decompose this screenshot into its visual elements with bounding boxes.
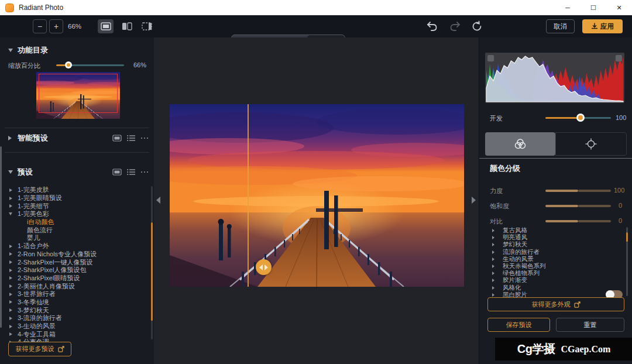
undo-icon[interactable]: [426, 20, 439, 32]
look-item[interactable]: 生动的风景: [479, 256, 626, 263]
save-preset-button[interactable]: 保存预设: [487, 318, 550, 332]
title-bar: Radiant Photo ─ ☐ ✕: [0, 0, 632, 15]
redo-icon[interactable]: [449, 20, 462, 32]
photo-preview[interactable]: [170, 104, 464, 287]
preset-item[interactable]: 4-专业工具箱: [0, 330, 150, 338]
smart-presets-header[interactable]: 智能预设: [0, 133, 154, 143]
preset-scrollbar-thumb[interactable]: [151, 222, 153, 321]
preset-item[interactable]: 颜色流行: [0, 226, 150, 234]
more-options-icon[interactable]: [141, 171, 149, 173]
preset-item[interactable]: 1-适合户外: [0, 242, 150, 250]
chevron-right-icon: [8, 136, 12, 140]
more-options-icon[interactable]: [141, 138, 149, 139]
presets-title: 预设: [18, 167, 33, 177]
color-grading-title: 颜色分级: [490, 163, 520, 174]
image-canvas[interactable]: [154, 37, 479, 364]
preset-item[interactable]: 3-梦幻秋天: [0, 306, 150, 314]
preset-item[interactable]: 1-完美皮肤: [0, 186, 150, 194]
list-view-icon[interactable]: [127, 169, 136, 176]
panel-scrollbar-thumb[interactable]: [0, 146, 2, 328]
collapse-left-panel-arrow[interactable]: [156, 197, 160, 204]
look-item[interactable]: 梦幻秋天: [479, 241, 626, 248]
chevron-down-icon: [8, 170, 13, 174]
zoom-percent-label: 缩放百分比: [8, 61, 40, 70]
grid-view-icon[interactable]: [112, 135, 122, 142]
preset-item[interactable]: 1-完美眼睛预设: [0, 194, 150, 202]
look-item[interactable]: 秋天赤褐色系列: [479, 263, 626, 270]
highlight-clipping-indicator[interactable]: [616, 55, 622, 61]
divider: [5, 152, 149, 153]
preset-tree: 1-完美皮肤 1-完美眼睛预设 1-完美细节 1-完美色彩 i自动颜色 颜色流行…: [0, 186, 150, 346]
preset-item[interactable]: 3-世界旅行者: [0, 290, 150, 298]
preset-item[interactable]: 3-冬季仙境: [0, 298, 150, 307]
preset-item[interactable]: 婴儿: [0, 234, 150, 242]
before-after-divider-line[interactable]: [248, 104, 249, 287]
arrow-left-icon: [259, 265, 263, 270]
viewport-rectangle[interactable]: [39, 74, 118, 113]
looks-scrollbar-thumb[interactable]: [626, 232, 628, 242]
looks-list: 复古风格 明亮通风 梦幻秋天 流浪的旅行者 生动的风景 秋天赤褐色系列 绿色植物…: [479, 227, 626, 298]
preset-item-selected[interactable]: i自动颜色: [0, 218, 150, 226]
reset-button[interactable]: 重置: [556, 318, 624, 332]
preset-item[interactable]: 1-完美细节: [0, 202, 150, 210]
apply-label: 应用: [600, 22, 614, 31]
minimize-button[interactable]: ─: [555, 0, 581, 15]
targeted-adjust-tab[interactable]: [555, 132, 627, 156]
get-more-presets-button[interactable]: 获得更多预设: [8, 342, 71, 356]
export-icon: [591, 23, 598, 30]
zoom-out-button[interactable]: −: [33, 19, 47, 33]
reset-icon[interactable]: [471, 20, 484, 32]
contrast-slider-label: 对比: [490, 217, 503, 226]
shadow-clipping-indicator[interactable]: [487, 55, 494, 61]
develop-slider-label: 开发: [490, 114, 503, 123]
get-more-looks-button[interactable]: 获得更多外观: [487, 297, 624, 311]
presets-header[interactable]: 预设: [0, 167, 154, 177]
collapse-right-panel-arrow[interactable]: [472, 197, 476, 204]
smart-presets-title: 智能预设: [18, 133, 48, 143]
saturation-slider-label: 饱和度: [490, 202, 509, 211]
arrow-right-icon: [265, 265, 268, 270]
left-panel: 功能目录 缩放百分比 66% 智能预设 预设: [0, 37, 154, 364]
save-preset-label: 保存预设: [506, 321, 532, 329]
app-window: Radiant Photo ─ ☐ ✕ − + 66% 快速编辑 细节编辑 颜色…: [0, 0, 632, 364]
look-item[interactable]: 绿色植物系列: [479, 270, 626, 277]
navigator-thumbnail[interactable]: [36, 72, 120, 119]
preset-item[interactable]: 2-Ron Nichols专业人像预设: [0, 250, 150, 259]
look-item[interactable]: 明亮通风: [479, 234, 626, 241]
color-wheels-tab[interactable]: [485, 132, 555, 156]
histogram: [485, 53, 624, 103]
color-grading-header: 颜色分级: [479, 163, 632, 174]
preset-item[interactable]: 3-流浪的旅行者: [0, 314, 150, 322]
preset-item[interactable]: 2-SharkPixel眼睛预设: [0, 274, 150, 283]
main-toolbar: − + 66% 快速编辑 细节编辑 颜色分级 取消 应用: [0, 15, 632, 37]
strength-slider-value: 100: [614, 187, 624, 194]
preset-item-expanded[interactable]: 1-完美色彩: [0, 210, 150, 218]
preset-item[interactable]: 2-美丽佳人肖像预设: [0, 282, 150, 290]
look-item[interactable]: 风格化: [479, 284, 626, 291]
look-item[interactable]: 流浪的旅行者: [479, 249, 626, 256]
compare-view-icon[interactable]: [139, 19, 154, 33]
single-view-icon[interactable]: [98, 19, 114, 33]
apply-button[interactable]: 应用: [582, 19, 623, 33]
zoom-in-button[interactable]: +: [49, 19, 63, 33]
cancel-button[interactable]: 取消: [546, 19, 575, 33]
maximize-button[interactable]: ☐: [581, 0, 606, 15]
preset-item[interactable]: 3-生动的风景: [0, 322, 150, 331]
external-link-icon: [574, 301, 581, 308]
split-view-icon[interactable]: [119, 19, 135, 33]
right-panel: 开发 100 颜色分级 力度: [479, 37, 632, 364]
close-button[interactable]: ✕: [606, 0, 632, 15]
chevron-down-icon: [8, 49, 13, 52]
watermark-logo: Cg学摄: [517, 341, 555, 357]
look-item[interactable]: 复古风格: [479, 227, 626, 234]
grid-view-icon[interactable]: [112, 169, 122, 176]
list-view-icon[interactable]: [127, 135, 136, 142]
function-section-header[interactable]: 功能目录: [0, 45, 154, 56]
app-logo-icon: [5, 4, 14, 12]
preset-item[interactable]: 2-SharkPixel一键人像预设: [0, 258, 150, 266]
get-more-looks-label: 获得更多外观: [532, 300, 571, 309]
before-after-slider-handle[interactable]: [256, 259, 272, 275]
look-item[interactable]: 胶片渐变: [479, 277, 626, 284]
preset-item[interactable]: 2-SharkPixel人像预设包: [0, 266, 150, 274]
grading-mode-tabs: [485, 132, 627, 156]
